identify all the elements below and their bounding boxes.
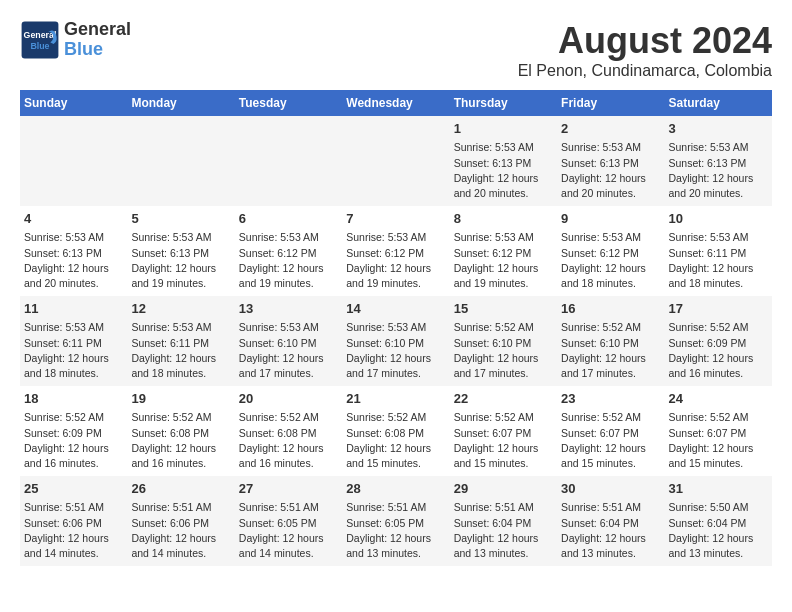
calendar-day-cell: 22Sunrise: 5:52 AM Sunset: 6:07 PM Dayli…	[450, 386, 557, 476]
day-info: Sunrise: 5:53 AM Sunset: 6:12 PM Dayligh…	[454, 231, 539, 289]
calendar-day-cell	[235, 116, 342, 206]
day-number: 21	[346, 390, 445, 408]
calendar-day-cell: 12Sunrise: 5:53 AM Sunset: 6:11 PM Dayli…	[127, 296, 234, 386]
calendar-week-row: 4Sunrise: 5:53 AM Sunset: 6:13 PM Daylig…	[20, 206, 772, 296]
day-number: 13	[239, 300, 338, 318]
day-info: Sunrise: 5:52 AM Sunset: 6:07 PM Dayligh…	[669, 411, 754, 469]
calendar-header: SundayMondayTuesdayWednesdayThursdayFrid…	[20, 90, 772, 116]
weekday-header: Saturday	[665, 90, 772, 116]
day-info: Sunrise: 5:52 AM Sunset: 6:10 PM Dayligh…	[454, 321, 539, 379]
calendar-day-cell	[20, 116, 127, 206]
subtitle: El Penon, Cundinamarca, Colombia	[518, 62, 772, 80]
day-number: 8	[454, 210, 553, 228]
day-number: 9	[561, 210, 660, 228]
logo-text: General Blue	[64, 20, 131, 60]
day-info: Sunrise: 5:52 AM Sunset: 6:09 PM Dayligh…	[669, 321, 754, 379]
day-info: Sunrise: 5:53 AM Sunset: 6:12 PM Dayligh…	[239, 231, 324, 289]
day-info: Sunrise: 5:51 AM Sunset: 6:06 PM Dayligh…	[24, 501, 109, 559]
weekday-header: Friday	[557, 90, 664, 116]
day-info: Sunrise: 5:51 AM Sunset: 6:05 PM Dayligh…	[346, 501, 431, 559]
day-info: Sunrise: 5:52 AM Sunset: 6:07 PM Dayligh…	[561, 411, 646, 469]
calendar-day-cell: 6Sunrise: 5:53 AM Sunset: 6:12 PM Daylig…	[235, 206, 342, 296]
calendar-day-cell: 3Sunrise: 5:53 AM Sunset: 6:13 PM Daylig…	[665, 116, 772, 206]
day-number: 23	[561, 390, 660, 408]
calendar-day-cell: 10Sunrise: 5:53 AM Sunset: 6:11 PM Dayli…	[665, 206, 772, 296]
calendar-day-cell: 13Sunrise: 5:53 AM Sunset: 6:10 PM Dayli…	[235, 296, 342, 386]
day-number: 2	[561, 120, 660, 138]
day-info: Sunrise: 5:53 AM Sunset: 6:13 PM Dayligh…	[669, 141, 754, 199]
weekday-header: Monday	[127, 90, 234, 116]
calendar-day-cell: 16Sunrise: 5:52 AM Sunset: 6:10 PM Dayli…	[557, 296, 664, 386]
title-block: August 2024 El Penon, Cundinamarca, Colo…	[518, 20, 772, 80]
day-number: 4	[24, 210, 123, 228]
logo-line1: General	[64, 20, 131, 40]
day-number: 30	[561, 480, 660, 498]
calendar-day-cell	[342, 116, 449, 206]
day-info: Sunrise: 5:52 AM Sunset: 6:08 PM Dayligh…	[239, 411, 324, 469]
day-info: Sunrise: 5:51 AM Sunset: 6:04 PM Dayligh…	[454, 501, 539, 559]
day-number: 27	[239, 480, 338, 498]
day-info: Sunrise: 5:51 AM Sunset: 6:04 PM Dayligh…	[561, 501, 646, 559]
day-number: 7	[346, 210, 445, 228]
calendar-day-cell: 7Sunrise: 5:53 AM Sunset: 6:12 PM Daylig…	[342, 206, 449, 296]
day-info: Sunrise: 5:53 AM Sunset: 6:13 PM Dayligh…	[131, 231, 216, 289]
calendar-week-row: 1Sunrise: 5:53 AM Sunset: 6:13 PM Daylig…	[20, 116, 772, 206]
day-info: Sunrise: 5:53 AM Sunset: 6:11 PM Dayligh…	[669, 231, 754, 289]
day-number: 17	[669, 300, 768, 318]
logo-icon: General Blue	[20, 20, 60, 60]
calendar-day-cell: 30Sunrise: 5:51 AM Sunset: 6:04 PM Dayli…	[557, 476, 664, 566]
day-info: Sunrise: 5:53 AM Sunset: 6:13 PM Dayligh…	[24, 231, 109, 289]
day-number: 20	[239, 390, 338, 408]
day-number: 10	[669, 210, 768, 228]
day-number: 25	[24, 480, 123, 498]
calendar-day-cell: 21Sunrise: 5:52 AM Sunset: 6:08 PM Dayli…	[342, 386, 449, 476]
calendar-day-cell: 5Sunrise: 5:53 AM Sunset: 6:13 PM Daylig…	[127, 206, 234, 296]
day-number: 11	[24, 300, 123, 318]
svg-text:Blue: Blue	[30, 41, 49, 51]
day-info: Sunrise: 5:52 AM Sunset: 6:10 PM Dayligh…	[561, 321, 646, 379]
calendar-day-cell: 4Sunrise: 5:53 AM Sunset: 6:13 PM Daylig…	[20, 206, 127, 296]
calendar-day-cell: 31Sunrise: 5:50 AM Sunset: 6:04 PM Dayli…	[665, 476, 772, 566]
calendar-day-cell	[127, 116, 234, 206]
day-number: 26	[131, 480, 230, 498]
day-number: 19	[131, 390, 230, 408]
calendar-day-cell: 29Sunrise: 5:51 AM Sunset: 6:04 PM Dayli…	[450, 476, 557, 566]
calendar-day-cell: 14Sunrise: 5:53 AM Sunset: 6:10 PM Dayli…	[342, 296, 449, 386]
day-info: Sunrise: 5:53 AM Sunset: 6:12 PM Dayligh…	[346, 231, 431, 289]
calendar-week-row: 25Sunrise: 5:51 AM Sunset: 6:06 PM Dayli…	[20, 476, 772, 566]
calendar-day-cell: 2Sunrise: 5:53 AM Sunset: 6:13 PM Daylig…	[557, 116, 664, 206]
day-info: Sunrise: 5:52 AM Sunset: 6:07 PM Dayligh…	[454, 411, 539, 469]
day-info: Sunrise: 5:53 AM Sunset: 6:10 PM Dayligh…	[239, 321, 324, 379]
calendar-day-cell: 9Sunrise: 5:53 AM Sunset: 6:12 PM Daylig…	[557, 206, 664, 296]
calendar-day-cell: 15Sunrise: 5:52 AM Sunset: 6:10 PM Dayli…	[450, 296, 557, 386]
day-info: Sunrise: 5:52 AM Sunset: 6:09 PM Dayligh…	[24, 411, 109, 469]
calendar-day-cell: 18Sunrise: 5:52 AM Sunset: 6:09 PM Dayli…	[20, 386, 127, 476]
calendar-day-cell: 19Sunrise: 5:52 AM Sunset: 6:08 PM Dayli…	[127, 386, 234, 476]
day-number: 12	[131, 300, 230, 318]
calendar-day-cell: 17Sunrise: 5:52 AM Sunset: 6:09 PM Dayli…	[665, 296, 772, 386]
calendar-day-cell: 24Sunrise: 5:52 AM Sunset: 6:07 PM Dayli…	[665, 386, 772, 476]
calendar-day-cell: 27Sunrise: 5:51 AM Sunset: 6:05 PM Dayli…	[235, 476, 342, 566]
day-info: Sunrise: 5:53 AM Sunset: 6:13 PM Dayligh…	[454, 141, 539, 199]
day-info: Sunrise: 5:53 AM Sunset: 6:11 PM Dayligh…	[24, 321, 109, 379]
weekday-header: Sunday	[20, 90, 127, 116]
day-number: 3	[669, 120, 768, 138]
day-info: Sunrise: 5:53 AM Sunset: 6:13 PM Dayligh…	[561, 141, 646, 199]
calendar-day-cell: 25Sunrise: 5:51 AM Sunset: 6:06 PM Dayli…	[20, 476, 127, 566]
calendar-day-cell: 28Sunrise: 5:51 AM Sunset: 6:05 PM Dayli…	[342, 476, 449, 566]
logo-line2: Blue	[64, 40, 131, 60]
weekday-header: Wednesday	[342, 90, 449, 116]
day-number: 29	[454, 480, 553, 498]
day-info: Sunrise: 5:52 AM Sunset: 6:08 PM Dayligh…	[346, 411, 431, 469]
day-number: 24	[669, 390, 768, 408]
day-number: 5	[131, 210, 230, 228]
page-header: General Blue General Blue August 2024 El…	[20, 20, 772, 80]
day-number: 6	[239, 210, 338, 228]
day-number: 14	[346, 300, 445, 318]
day-number: 15	[454, 300, 553, 318]
weekday-header: Tuesday	[235, 90, 342, 116]
day-info: Sunrise: 5:53 AM Sunset: 6:12 PM Dayligh…	[561, 231, 646, 289]
day-number: 18	[24, 390, 123, 408]
day-number: 31	[669, 480, 768, 498]
logo: General Blue General Blue	[20, 20, 131, 60]
